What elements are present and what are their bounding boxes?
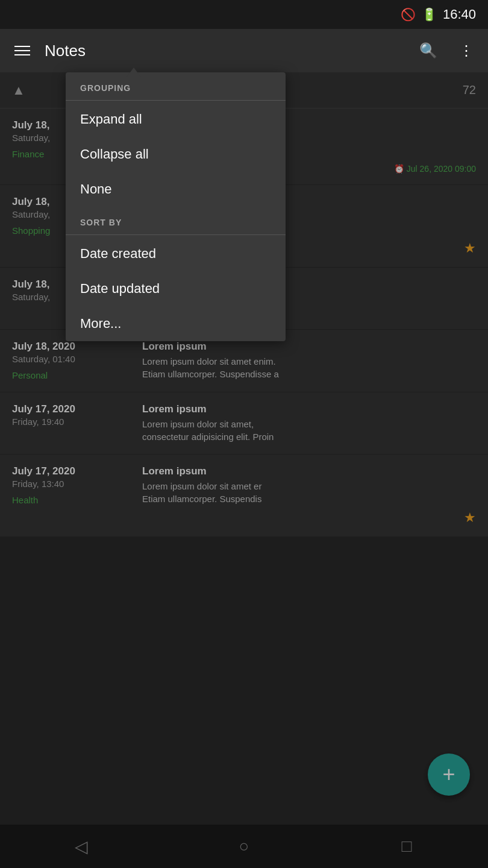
- no-sim-icon: 🚫: [401, 7, 416, 22]
- app-header: Notes 🔍 ⋮: [0, 29, 488, 72]
- expand-all-item[interactable]: Expand all: [66, 102, 286, 137]
- dropdown-caret: [127, 68, 141, 77]
- date-updated-item[interactable]: Date updated: [66, 271, 286, 306]
- battery-icon: 🔋: [422, 7, 437, 22]
- none-item[interactable]: None: [66, 172, 286, 207]
- dropdown-divider: [66, 100, 286, 101]
- search-icon[interactable]: 🔍: [414, 37, 442, 64]
- grouping-section-title: GROUPING: [66, 72, 286, 99]
- header-actions: 🔍 ⋮: [414, 37, 478, 64]
- dropdown-menu: GROUPING Expand all Collapse all None SO…: [66, 72, 286, 341]
- sort-by-section-title: SORT BY: [66, 207, 286, 233]
- date-created-item[interactable]: Date created: [66, 236, 286, 271]
- more-item[interactable]: More...: [66, 306, 286, 341]
- status-time: 16:40: [443, 7, 476, 22]
- dropdown-divider: [66, 234, 286, 235]
- collapse-all-item[interactable]: Collapse all: [66, 137, 286, 172]
- app-title: Notes: [45, 42, 405, 60]
- more-options-icon[interactable]: ⋮: [454, 37, 478, 64]
- menu-icon[interactable]: [10, 41, 35, 60]
- status-bar: 🚫 🔋 16:40: [0, 0, 488, 29]
